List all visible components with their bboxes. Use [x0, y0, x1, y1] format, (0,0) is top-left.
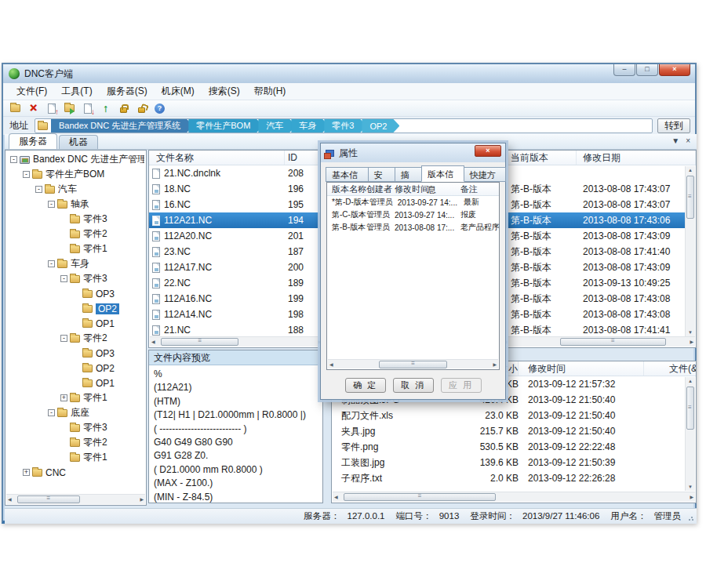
file-row[interactable]: 112A17.NC 200	[149, 260, 324, 275]
file-list-vertical-scrollbar[interactable]	[685, 166, 695, 336]
folder-icon[interactable]	[8, 102, 23, 115]
file-row[interactable]: 23.NC 187	[149, 244, 324, 260]
tree-item[interactable]: 零件2	[7, 435, 144, 450]
tree-item[interactable]: OP3	[7, 346, 144, 361]
menu-item[interactable]: 搜索(S)	[202, 83, 247, 100]
tree-item[interactable]: 零件1	[7, 241, 144, 256]
help-icon[interactable]: ?	[152, 102, 167, 115]
column-header-current-version[interactable]: 当前版本	[501, 151, 577, 165]
expand-toggle-icon[interactable]: -	[60, 275, 67, 282]
dialog-close-button[interactable]: ×	[475, 145, 501, 157]
file-version-row[interactable]	[501, 165, 685, 181]
menu-item[interactable]: 工具(T)	[54, 83, 99, 100]
dialog-horizontal-scrollbar[interactable]	[328, 359, 498, 368]
column-header-version-name[interactable]: 版本名称	[327, 183, 366, 195]
expand-toggle-icon[interactable]: -	[48, 201, 55, 208]
file-row[interactable]: 22.NC 189	[149, 275, 324, 291]
expand-toggle-icon[interactable]: +	[60, 394, 67, 401]
tree-item[interactable]: + 零件1	[7, 390, 144, 405]
tree-item[interactable]: 零件3	[7, 212, 144, 227]
column-header-creator[interactable]: 创建者	[366, 183, 395, 195]
breadcrumb-segment[interactable]: 零件生产BOM	[188, 119, 263, 132]
receive-icon[interactable]	[62, 102, 77, 115]
tree-item[interactable]: OP3	[7, 286, 144, 301]
minimize-button[interactable]: –	[613, 64, 635, 76]
breadcrumb-segment[interactable]: Bandex DNC 先进生产管理系统	[51, 119, 193, 132]
address-field[interactable]: Bandex DNC 先进生产管理系统 零件生产BOM 汽车 车身 零件3 OP…	[35, 118, 653, 133]
tree-item[interactable]: - 零件生产BOM	[7, 167, 144, 182]
tree-item[interactable]: - Bandex DNC 先进生产管理系统	[7, 152, 144, 167]
tree-item[interactable]: OP2	[7, 361, 144, 376]
attachment-row[interactable]: 子程序.txt 2.0 KB 2013-09-12 22:26:28	[332, 470, 685, 486]
file-version-row[interactable]: 第-B-版本 2013-08-08 17:41:41	[501, 322, 685, 338]
breadcrumb-segment[interactable]: 零件3	[324, 119, 366, 132]
tree-horizontal-scrollbar[interactable]	[6, 494, 145, 504]
pane-close-icon[interactable]: ×	[686, 136, 690, 145]
column-header-note[interactable]: 备注	[460, 183, 499, 195]
dialog-tab[interactable]: 基本信息	[326, 167, 369, 182]
breadcrumb-segment[interactable]: 车身	[291, 119, 329, 132]
expand-toggle-icon[interactable]: -	[48, 409, 55, 416]
breadcrumb-segment[interactable]: OP2	[362, 119, 399, 132]
breadcrumb-segment[interactable]: 汽车	[258, 119, 296, 132]
tree-item[interactable]: 零件3	[7, 420, 144, 435]
expand-toggle-icon[interactable]: -	[10, 156, 17, 163]
tree-item[interactable]: - 轴承	[7, 197, 144, 212]
tree-item[interactable]: - 汽车	[7, 182, 144, 197]
attachment-row[interactable]: 零件.png 530.5 KB 2013-09-12 22:22:48	[332, 439, 685, 455]
maximize-button[interactable]: □	[636, 64, 658, 76]
file-version-row[interactable]: 第-B-版本 2013-08-08 17:43:09	[501, 260, 685, 275]
expand-toggle-icon[interactable]: -	[35, 186, 42, 193]
attachment-row[interactable]: 夹具.jpg 215.7 KB 2013-09-12 21:50:40	[332, 423, 685, 439]
delete-icon[interactable]	[26, 102, 41, 115]
version-horizontal-scrollbar[interactable]	[502, 336, 695, 347]
dialog-tab[interactable]: 版本信息	[421, 165, 464, 182]
tree-item[interactable]: 零件2	[7, 227, 144, 241]
file-version-row[interactable]: 第-B-版本 2013-08-08 17:41:40	[501, 244, 685, 260]
dialog-button[interactable]: 取 消	[393, 378, 434, 393]
expand-toggle-icon[interactable]: -	[60, 335, 67, 342]
go-button[interactable]: 转到	[657, 118, 690, 133]
title-bar[interactable]: DNC客户端 – □ ×	[3, 64, 695, 83]
file-row[interactable]: 112A14.NC 198	[149, 307, 324, 322]
tree-item[interactable]: - 零件3	[7, 271, 144, 286]
close-button[interactable]: ×	[659, 64, 690, 76]
file-list-horizontal-scrollbar[interactable]	[150, 336, 323, 347]
dialog-button[interactable]: 确 定	[345, 378, 386, 393]
column-header-modified-date[interactable]: 修改日期	[577, 151, 696, 165]
check-in-icon[interactable]: ↑	[44, 102, 59, 115]
file-row[interactable]: 16.NC 195	[149, 197, 324, 212]
file-version-row[interactable]: 第-B-版本 2013-08-08 17:43:09	[501, 228, 685, 244]
attachment-vertical-scrollbar[interactable]	[685, 377, 695, 491]
tree-item[interactable]: + CNC	[7, 465, 144, 480]
file-version-row[interactable]: 第-B-版本 2013-08-08 17:43:06	[501, 212, 685, 228]
file-version-row[interactable]: 第-B-版本 2013-09-13 10:49:25	[501, 275, 685, 291]
pane-collapse-icon[interactable]: ▼	[671, 136, 679, 145]
dialog-tab[interactable]: 快捷方式	[464, 167, 507, 182]
file-row[interactable]: 112A21.NC 194	[149, 212, 324, 228]
column-header-modified-time[interactable]: 修改时间	[519, 361, 644, 376]
menu-item[interactable]: 文件(F)	[9, 83, 54, 100]
tree-item[interactable]: 零件1	[7, 450, 144, 465]
tree-item[interactable]: - 零件2	[7, 331, 144, 346]
panel-tab[interactable]: 服务器	[9, 133, 57, 149]
expand-toggle-icon[interactable]: -	[48, 260, 55, 267]
file-row[interactable]: 112A20.NC 201	[149, 228, 324, 244]
file-version-row[interactable]: 第-B-版本 2013-08-08 17:43:07	[501, 197, 685, 212]
attachment-row[interactable]: 工装图.jpg 139.6 KB 2013-09-12 21:50:39	[332, 455, 685, 470]
tree-item[interactable]: OP2	[7, 301, 144, 316]
dialog-tab[interactable]: 安全	[368, 167, 395, 182]
dialog-button[interactable]: 应 用	[441, 378, 482, 393]
column-header-file[interactable]: 文件(&	[644, 361, 696, 376]
upload-icon[interactable]	[98, 102, 113, 115]
file-version-row[interactable]: 第-B-版本 2013-08-08 17:43:08	[501, 307, 685, 322]
version-row[interactable]: *第-D-版本 管理员 2013-09-27 14:... 最新	[327, 196, 499, 209]
file-row[interactable]: 21.NC.dnclnk 208	[149, 165, 324, 181]
panel-tab[interactable]: 机器	[59, 135, 98, 149]
file-row[interactable]: 21.NC 188	[149, 322, 324, 338]
tree-item[interactable]: OP1	[7, 376, 144, 390]
expand-toggle-icon[interactable]: +	[23, 469, 30, 476]
tree-item[interactable]: - 底座	[7, 405, 144, 420]
dialog-tab[interactable]: 摘要	[395, 167, 422, 182]
file-version-row[interactable]: 第-B-版本 2013-08-08 17:43:07	[501, 181, 685, 197]
